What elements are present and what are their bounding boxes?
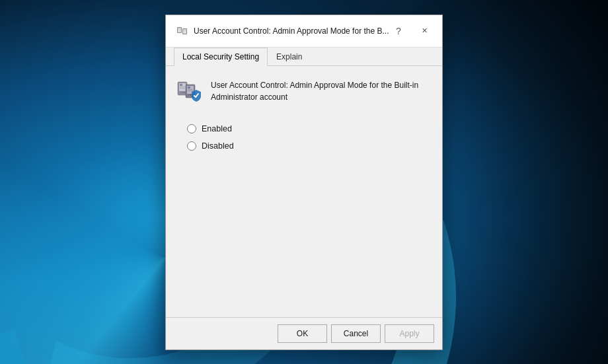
cancel-button[interactable]: Cancel	[331, 324, 381, 343]
svg-rect-1	[178, 28, 181, 32]
svg-rect-4	[178, 28, 179, 29]
title-bar: User Account Control: Admin Approval Mod…	[166, 15, 442, 48]
svg-rect-14	[182, 92, 185, 93]
help-button[interactable]: ?	[391, 23, 406, 39]
radio-enabled[interactable]	[187, 124, 196, 133]
svg-rect-12	[180, 88, 185, 89]
radio-disabled[interactable]	[187, 141, 196, 151]
apply-button[interactable]: Apply	[385, 324, 434, 343]
radio-enabled-label: Enabled	[202, 124, 232, 133]
svg-rect-18	[188, 89, 193, 90]
svg-point-13	[180, 92, 181, 93]
radio-enabled-item[interactable]: Enabled	[187, 124, 421, 133]
policy-header: User Account Control: Admin Approval Mod…	[176, 77, 432, 103]
svg-rect-3	[183, 29, 186, 34]
title-bar-controls: ? ✕	[391, 20, 434, 42]
dialog-footer: OK Cancel Apply	[166, 317, 442, 349]
svg-rect-7	[185, 30, 186, 30]
svg-point-20	[188, 94, 189, 96]
svg-rect-19	[188, 91, 193, 91]
svg-rect-17	[188, 87, 190, 89]
ok-button[interactable]: OK	[278, 324, 327, 343]
radio-disabled-item[interactable]: Disabled	[187, 141, 421, 151]
tab-local-security-setting[interactable]: Local Security Setting	[174, 48, 268, 66]
close-button[interactable]: ✕	[409, 20, 439, 42]
dialog-window: User Account Control: Admin Approval Mod…	[165, 15, 443, 350]
tab-explain[interactable]: Explain	[268, 48, 311, 66]
svg-rect-11	[180, 87, 185, 87]
svg-rect-5	[180, 28, 180, 29]
title-icon	[176, 25, 188, 37]
title-bar-left: User Account Control: Admin Approval Mod…	[176, 25, 391, 37]
dialog-title: User Account Control: Admin Approval Mod…	[194, 26, 389, 36]
policy-title-text: User Account Control: Admin Approval Mod…	[211, 77, 432, 103]
dialog-overlay: User Account Control: Admin Approval Mod…	[0, 0, 608, 364]
dialog-content: User Account Control: Admin Approval Mod…	[166, 66, 442, 317]
radio-disabled-label: Disabled	[202, 141, 234, 151]
radio-group: Enabled Disabled	[176, 116, 432, 159]
svg-rect-6	[184, 30, 184, 30]
svg-rect-10	[180, 84, 182, 86]
policy-icon	[176, 77, 203, 103]
tabs-bar: Local Security Setting Explain	[166, 48, 442, 66]
